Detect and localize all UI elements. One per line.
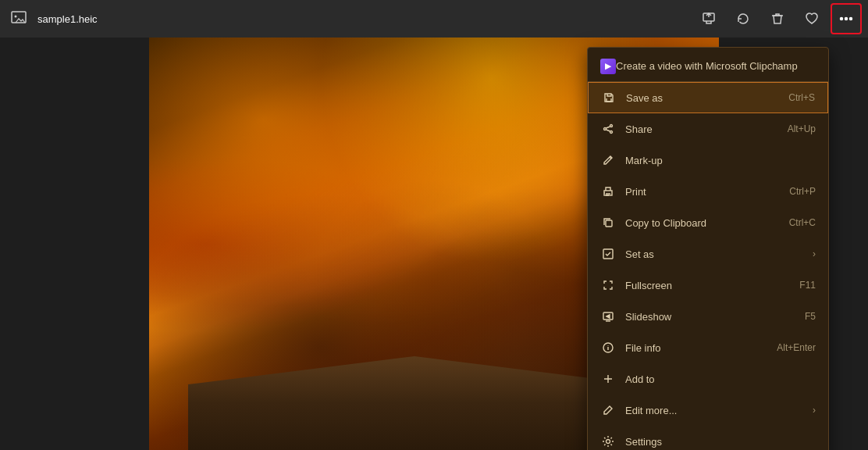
svg-point-7 — [604, 128, 607, 130]
menu-label: Share — [625, 123, 788, 135]
submenu-arrow: › — [813, 405, 816, 416]
clipchamp-icon: ▶ — [600, 59, 616, 74]
toolbar-icons — [693, 3, 862, 34]
shortcut-label: F11 — [799, 280, 816, 291]
shortcut-label: Ctrl+C — [789, 217, 816, 228]
svg-rect-13 — [603, 249, 613, 259]
menu-label: Print — [625, 186, 789, 198]
file-name: sample1.heic — [37, 13, 693, 25]
shortcut-label: Alt+Up — [788, 123, 816, 134]
menu-item-share[interactable]: Share Alt+Up — [588, 113, 828, 145]
delete-button[interactable] — [762, 3, 793, 34]
slideshow-icon — [600, 309, 616, 324]
info-icon — [600, 340, 616, 355]
svg-point-1 — [15, 16, 17, 18]
svg-point-8 — [610, 131, 613, 134]
menu-item-settings[interactable]: Settings — [588, 426, 828, 450]
menu-label: Edit more... — [625, 405, 806, 416]
save-icon — [601, 90, 617, 105]
app-icon — [6, 6, 31, 31]
context-menu: ▶ Create a video with Microsoft Clipcham… — [587, 47, 829, 450]
svg-point-5 — [850, 18, 852, 20]
menu-item-slideshow[interactable]: Slideshow F5 — [588, 301, 828, 332]
svg-point-3 — [841, 18, 843, 20]
shortcut-label: Alt+Enter — [777, 342, 816, 353]
menu-item-copy-clipboard[interactable]: Copy to Clipboard Ctrl+C — [588, 207, 828, 238]
menu-label: Fullscreen — [625, 280, 799, 291]
submenu-arrow: › — [813, 248, 816, 259]
svg-point-6 — [610, 125, 613, 127]
menu-label: Mark-up — [625, 155, 816, 166]
svg-line-9 — [607, 127, 610, 128]
menu-item-fullscreen[interactable]: Fullscreen F11 — [588, 270, 828, 301]
add-icon — [600, 371, 616, 387]
fullscreen-icon — [600, 277, 616, 293]
menu-item-print[interactable]: Print Ctrl+P — [588, 176, 828, 207]
markup-icon — [600, 152, 616, 168]
print-icon — [600, 184, 616, 199]
set-as-icon — [600, 246, 616, 262]
svg-point-16 — [607, 440, 610, 444]
menu-label: Create a video with Microsoft Clipchamp — [616, 60, 816, 72]
copy-icon — [600, 215, 616, 230]
menu-item-clipchamp[interactable]: ▶ Create a video with Microsoft Clipcham… — [588, 51, 828, 82]
menu-label: Save as — [626, 92, 788, 104]
svg-point-4 — [845, 18, 848, 20]
menu-label: Add to — [625, 373, 816, 385]
menu-item-file-info[interactable]: File info Alt+Enter — [588, 332, 828, 363]
rotate-button[interactable] — [727, 3, 759, 34]
menu-item-markup[interactable]: Mark-up — [588, 145, 828, 176]
shortcut-label: F5 — [805, 311, 816, 322]
shortcut-label: Ctrl+S — [788, 92, 815, 103]
more-button[interactable] — [831, 3, 862, 34]
share-button[interactable] — [693, 3, 724, 34]
menu-label: File info — [625, 342, 777, 354]
menu-label: Slideshow — [625, 311, 805, 323]
menu-item-add-to[interactable]: Add to — [588, 363, 828, 395]
menu-label: Set as — [625, 248, 806, 260]
svg-rect-11 — [604, 191, 612, 195]
svg-rect-12 — [606, 220, 612, 227]
top-bar: sample1.heic — [0, 0, 868, 38]
share-icon — [600, 121, 616, 137]
favorite-button[interactable] — [796, 3, 827, 34]
menu-item-edit-more[interactable]: Edit more... › — [588, 395, 828, 426]
menu-label: Settings — [625, 436, 816, 448]
edit-icon — [600, 402, 616, 418]
menu-item-save-as[interactable]: Save as Ctrl+S — [588, 82, 828, 113]
settings-icon — [600, 434, 616, 449]
shortcut-label: Ctrl+P — [789, 186, 816, 197]
menu-label: Copy to Clipboard — [625, 217, 789, 229]
svg-line-10 — [607, 130, 610, 131]
menu-item-set-as[interactable]: Set as › — [588, 238, 828, 270]
